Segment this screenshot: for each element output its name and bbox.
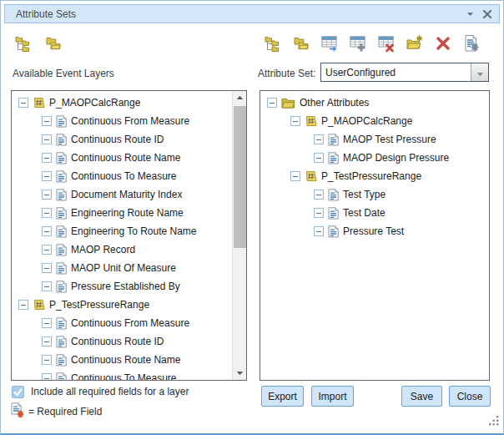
tree-item[interactable]: MAOP Unit Of Measure bbox=[12, 259, 232, 277]
doc-icon bbox=[56, 244, 67, 256]
include-required-fields-checkbox[interactable] bbox=[12, 386, 24, 398]
expand-collapse-box[interactable] bbox=[314, 226, 324, 236]
expand-collapse-box[interactable] bbox=[267, 98, 277, 108]
expand-collapse-box[interactable] bbox=[42, 245, 52, 255]
tree-item[interactable]: Continuous Route Name bbox=[12, 351, 232, 369]
tree-item-label: P_TestPressureRange bbox=[49, 299, 149, 311]
attribute-set-label: Attribute Set: bbox=[258, 68, 315, 79]
tree-item[interactable]: Continuous Route ID bbox=[12, 130, 232, 149]
tree-item-label: P_TestPressureRange bbox=[321, 170, 421, 182]
attribute-set-tree: Other AttributesP_MAOPCalcRangeMAOP Test… bbox=[260, 91, 489, 380]
expand-collapse-box[interactable] bbox=[314, 134, 324, 144]
toolbar-right-group bbox=[264, 34, 481, 53]
titlebar-menu-caret-icon[interactable] bbox=[466, 12, 474, 17]
tree-item[interactable]: MAOP Design Pressure bbox=[260, 149, 489, 167]
tree-item-label: MAOP Test Pressure bbox=[343, 134, 436, 145]
table-export-icon[interactable] bbox=[320, 34, 339, 53]
open-folders-icon[interactable] bbox=[292, 34, 310, 53]
scrollbar-thumb[interactable] bbox=[234, 106, 246, 248]
vertical-scrollbar[interactable] bbox=[232, 91, 246, 380]
tree-item[interactable]: Continuous Route Name bbox=[12, 149, 232, 167]
tree-item[interactable]: Continuous To Measure bbox=[12, 167, 232, 185]
close-icon[interactable] bbox=[482, 9, 492, 19]
scroll-down-icon[interactable] bbox=[233, 367, 247, 380]
tree-item[interactable]: P_MAOPCalcRange bbox=[12, 94, 232, 112]
table-add-icon[interactable] bbox=[349, 34, 367, 53]
expand-collapse-box[interactable] bbox=[314, 190, 324, 200]
expand-collapse-box[interactable] bbox=[42, 373, 52, 380]
layer-tree-icon[interactable] bbox=[14, 34, 33, 53]
expand-collapse-box[interactable] bbox=[42, 190, 52, 200]
tree-item[interactable]: Test Date bbox=[260, 204, 489, 222]
table-remove-icon[interactable] bbox=[377, 34, 396, 53]
attribute-sets-dialog: Attribute Sets Available Event Layers At… bbox=[0, 0, 504, 435]
tree-item[interactable]: Document Maturity Index bbox=[12, 185, 232, 204]
tree-item[interactable]: Engineering Route Name bbox=[12, 204, 232, 222]
tree-item-label: Continuous Route Name bbox=[71, 152, 180, 164]
expand-collapse-box[interactable] bbox=[42, 318, 52, 328]
close-button[interactable]: Close bbox=[449, 386, 491, 407]
expand-collapse-box[interactable] bbox=[314, 208, 324, 218]
include-required-fields-label: Include all required fields for a layer bbox=[31, 386, 189, 397]
export-button[interactable]: Export bbox=[261, 386, 304, 407]
import-button[interactable]: Import bbox=[311, 386, 354, 407]
resize-grip[interactable] bbox=[488, 414, 499, 429]
doc-icon bbox=[328, 134, 339, 146]
expand-collapse-box[interactable] bbox=[42, 116, 52, 126]
expand-collapse-box[interactable] bbox=[42, 281, 52, 291]
layer-icon bbox=[305, 170, 317, 182]
doc-icon bbox=[56, 281, 67, 293]
expand-collapse-box[interactable] bbox=[42, 263, 52, 273]
expand-collapse-box[interactable] bbox=[314, 153, 324, 163]
expand-collapse-box[interactable] bbox=[18, 300, 28, 310]
dialog-titlebar[interactable]: Attribute Sets bbox=[4, 4, 500, 23]
tree-item-label: Engineering To Route Name bbox=[71, 225, 197, 237]
tree-item[interactable]: Continuous To Measure bbox=[12, 369, 232, 380]
expand-collapse-box[interactable] bbox=[18, 98, 28, 108]
doc-icon bbox=[328, 189, 339, 201]
tree-item[interactable]: Test Type bbox=[260, 185, 489, 204]
tree-item[interactable]: Pressure Test bbox=[260, 222, 489, 240]
attribute-set-dropdown[interactable]: UserConfigured bbox=[320, 63, 489, 82]
tree-item[interactable]: MAOP Record bbox=[12, 240, 232, 259]
expand-collapse-box[interactable] bbox=[42, 355, 52, 365]
open-folders-icon[interactable] bbox=[44, 34, 63, 53]
doc-icon bbox=[56, 336, 67, 348]
tree-item-label: MAOP Design Pressure bbox=[343, 152, 449, 164]
doc-icon bbox=[56, 152, 67, 164]
tree-item[interactable]: Continuous From Measure bbox=[12, 112, 232, 130]
tree-item[interactable]: Engineering To Route Name bbox=[12, 222, 232, 240]
tree-item[interactable]: Pressure Established By bbox=[12, 277, 232, 296]
tree-item[interactable]: P_TestPressureRange bbox=[260, 167, 489, 185]
dialog-title: Attribute Sets bbox=[16, 8, 466, 20]
scroll-up-icon[interactable] bbox=[233, 91, 247, 104]
expand-collapse-box[interactable] bbox=[42, 134, 52, 144]
new-attribute-set-folder-icon[interactable] bbox=[406, 34, 424, 53]
expand-collapse-box[interactable] bbox=[42, 153, 52, 163]
tree-item[interactable]: P_MAOPCalcRange bbox=[260, 112, 489, 130]
layer-icon bbox=[305, 115, 317, 127]
delete-icon[interactable] bbox=[434, 34, 452, 53]
doc-icon bbox=[56, 372, 67, 381]
doc-icon bbox=[328, 225, 339, 238]
expand-collapse-box[interactable] bbox=[290, 116, 300, 126]
expand-collapse-box[interactable] bbox=[42, 171, 52, 181]
available-event-layers-label: Available Event Layers bbox=[13, 68, 114, 79]
tree-item[interactable]: MAOP Test Pressure bbox=[260, 130, 489, 149]
tree-item-label: P_MAOPCalcRange bbox=[321, 115, 412, 127]
tree-item[interactable]: P_TestPressureRange bbox=[12, 296, 232, 314]
layer-tree-icon[interactable] bbox=[264, 34, 282, 53]
expand-collapse-box[interactable] bbox=[42, 336, 52, 346]
expand-collapse-box[interactable] bbox=[290, 171, 300, 181]
dropdown-arrow-button[interactable] bbox=[471, 63, 488, 81]
tree-item[interactable]: Continuous From Measure bbox=[12, 314, 232, 332]
tree-item[interactable]: Continuous Route ID bbox=[12, 332, 232, 351]
save-button[interactable]: Save bbox=[401, 386, 442, 407]
expand-collapse-box[interactable] bbox=[42, 208, 52, 218]
tree-item-label: Pressure Test bbox=[343, 225, 404, 237]
report-settings-icon[interactable] bbox=[462, 34, 481, 53]
tree-item[interactable]: Other Attributes bbox=[260, 94, 489, 112]
expand-collapse-box[interactable] bbox=[42, 226, 52, 236]
available-layers-tree: P_MAOPCalcRangeContinuous From MeasureCo… bbox=[12, 91, 232, 380]
tree-item-label: P_MAOPCalcRange bbox=[49, 97, 140, 109]
